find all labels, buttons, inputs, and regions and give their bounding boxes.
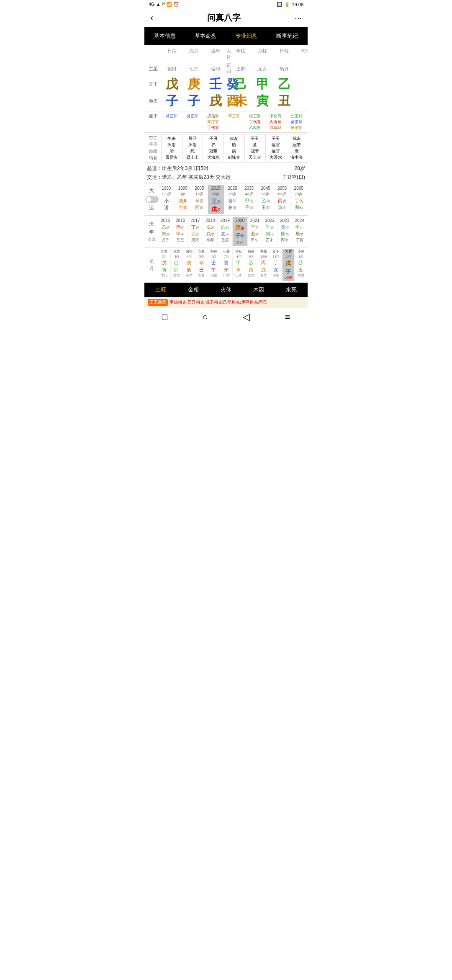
time-display: 19:08 [292,2,303,7]
zx-c6: 元女 [252,66,273,72]
wifi-icon: 📶 [166,2,172,7]
tg-c6: 甲 [252,77,273,92]
zx-c3: 偏印 [205,66,226,72]
qiyun-row2: 交运：逢乙、乙年 寒露后23天 交大运 子丑空(日) [145,173,307,182]
dayun-col8: 2065 73岁 丁伤 卯劫 [290,185,307,214]
tg-c5: 己 [230,77,252,92]
lym-5: 芒种 6/5 壬 午 枭伤 [208,249,220,281]
tg-c1: 戊 [161,77,183,92]
zg-col6: 己正财 癸正印 辛正官 [286,113,307,131]
dz-c7: 丑 [273,93,295,108]
nav-recent-button[interactable]: ≡ [285,312,290,322]
dayun-col2: 2005 13岁 辛官 西官 [191,185,208,214]
tab-basic-chart[interactable]: 基本命盘 [192,31,219,41]
dizhi-label: 地支 [145,98,161,104]
xingke-label: 工工勋章 [148,299,168,306]
hdr-liuyue: 流月 [183,48,205,60]
zanggan-label: 藏干 [145,113,161,131]
lym-4: 立夏 5/5 辛 巳 官食 [195,249,208,281]
wx-jin: 金相 [188,286,199,294]
lym-2: 惊蛰 3/5 己 卯 财劫 [170,249,183,281]
wx-tu: 土旺 [155,286,166,294]
misc-col3: 戌亥 胎 病 剑锋金 [223,134,244,161]
zx-c4: 正印 [226,62,230,75]
zg-col5: 甲比肩 丙食神 戊偏财 [265,113,286,131]
ly-2023: 2023 癸印 卯劫 丙申 [277,217,292,246]
dizhi-row: 地支 子 子 戌 酉 未 寅 丑 [144,93,308,109]
dayun-col7: 2055 63岁 丙食 寅比 [274,185,290,214]
misc-col2: 子丑 养 冠带 大海水 [203,134,223,161]
dz-c2: 子 [183,93,205,108]
hdr-empty [145,48,161,60]
tg-c4: 癸 [226,77,230,92]
ly-2017: 2017 丁伤 西官 庚寅 [187,217,203,246]
dz-c3: 戌 [205,93,226,108]
misc-col5: 子丑 临官 临官 大溪水 [265,134,286,161]
ly-2015: 2015 乙劫 未财 戊子 [158,217,173,246]
zg-col1: 癸正印 [182,113,203,131]
tg-c2: 庚 [183,77,205,92]
hdr-yuezhu: 月柱 [252,48,273,60]
qiyun-kongri: 子丑空(日) [282,174,305,181]
nav-bottom: □ ○ ◁ ≡ [144,308,308,326]
nav-menu-button[interactable]: ◁ [243,312,250,322]
qiyun-text1: 起运：出生后2年3月1日5时 [147,165,208,172]
zx-c5: 正财 [230,66,252,72]
dayun-col4: 2025 33岁 癸印 亥枭 [224,185,241,214]
dz-c6: 寅 [252,93,273,108]
dayun-section: 大 运 1993 1~2岁 小 运 1995 3岁 庚杀 申杀 2005 13岁… [144,183,308,216]
dayun-label: 大 运 [145,185,158,214]
qiyun-text2: 交运：逢乙、乙年 寒露后23天 交大运 [147,174,231,181]
ly-2016: 2016 丙食 申杀 己丑 [173,217,188,246]
tab-pro-chart[interactable]: 专业细盘 [233,31,260,41]
nav-back-button[interactable]: ○ [202,312,208,322]
hdr-shizhu: 时柱 [295,48,308,60]
tab-notes[interactable]: 断事笔记 [274,31,300,41]
lym-1: 立春 2/4 戊 寅 才比 [158,249,170,281]
back-button[interactable]: ‹ [150,13,153,23]
nav-home-button[interactable]: □ [162,312,167,322]
wuxing-bar: 土旺 金相 火休 木囚 水死 [144,283,308,297]
misc-col4: 子丑 墓 冠带 天上火 [244,134,265,161]
xingke-text: 甲戊相克;乙己相克;戊壬相克;己癸相克;庚甲相克;甲己 [170,299,267,305]
dayun-col3: 2015 23岁 王枭 戌才 [208,185,224,214]
qiyun-age: 28岁 [295,165,305,172]
tg-c7: 乙 [273,77,295,92]
wx-shui: 水死 [286,286,297,294]
more-button[interactable]: ··· [295,13,302,23]
table-header-section: 日期 流月 流年 大运 年柱 月柱 日柱 时柱 主星 偏财 七杀 偏印 正印 正… [144,45,308,111]
tab-basic-info[interactable]: 基本信息 [152,31,178,41]
xingke-bar: 工工勋章 甲戊相克;乙己相克;戊壬相克;己癸相克;庚甲相克;甲己 [144,297,308,308]
clock-icon: ⏰ [173,2,179,7]
tiangan-row: 天干 戊 庚 壬 癸 己 甲 乙 [144,76,308,93]
misc-col1: 辰巳 沐浴 死 壁上土 [182,134,203,161]
lym-7: 立秋 8/7 甲 申 比杀 [232,249,245,281]
zg-col4: 己正财 丁伤官 乙劫财 [244,113,265,131]
zhuxing-row: 主星 偏财 七杀 偏印 正印 正财 元女 劫财 [144,62,308,76]
wx-mu: 木囚 [253,286,264,294]
nav-bar: ‹ 问真八字 ··· [144,9,308,27]
ly-2019: 2019 己财 亥枭 壬辰 [217,217,232,246]
hdr-rizhu: 日柱 [273,48,295,60]
qiyun-row1: 起运：出生后2年3月1日5时 28岁 [145,164,307,173]
hdr-nianzhu: 年柱 [230,48,252,60]
dayun-toggle[interactable] [145,196,159,203]
dayun-col1: 1995 3岁 庚杀 申杀 [175,185,191,214]
zx-c7: 劫财 [273,66,295,72]
dayun-col0: 1993 1~2岁 小 运 [158,185,175,214]
liuyear-section: 流 年 小运 2015 乙劫 未财 戊子 2016 丙食 申杀 己丑 2017 … [144,216,308,248]
status-left: 4G ▲ ²⁶ 📶 ⏰ [149,2,179,7]
dz-c5: 未 [230,93,252,108]
lym-3: 清明 4/4 庚 辰 杀才 [182,249,195,281]
misc-col6: 戌亥 冠带 衰 海中金 [286,134,307,161]
zanggan-section: 藏干 癸正印 癸正印 戊偏财 辛正官 丁伤官 辛正官 己正财 丁伤官 乙劫财 甲… [144,111,308,133]
zx-c1: 偏财 [161,66,183,72]
zhuxing-label: 主星 [145,66,161,72]
ly-2018: 2018 戊才 戌才 辛卯 [203,217,218,246]
tiangan-label: 天干 [145,81,161,88]
lym-10: 立冬 11/7 丁 亥 伤枭 [270,249,282,281]
ly-2022: 2022 壬枭 寅比 乙未 [262,217,277,246]
page-title: 问真八字 [207,12,241,23]
qiyun-section: 起运：出生后2年3月1日5时 28岁 交运：逢乙、乙年 寒露后23天 交大运 子… [144,163,308,183]
battery-icon: 🔋 [284,2,290,7]
